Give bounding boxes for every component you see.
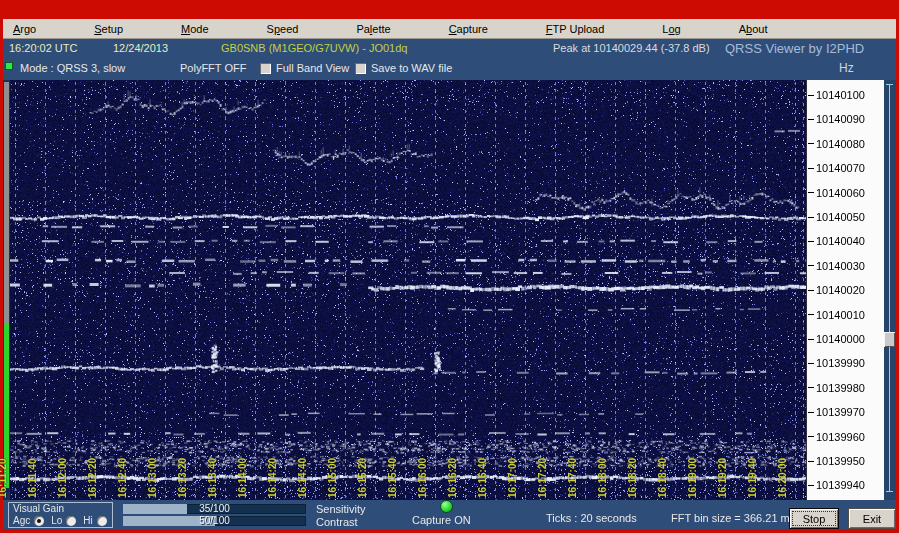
- freq-label: 10139950: [816, 455, 865, 467]
- freq-label: 10140090: [816, 113, 865, 125]
- radio-label-hi: Hi: [83, 515, 92, 526]
- date-text: 12/24/2013: [113, 42, 168, 54]
- freq-tick-mark: [808, 168, 814, 169]
- freq-tick-mark: [808, 485, 814, 486]
- freq-label-row: 10139970: [808, 405, 882, 419]
- save-to-wav-checkbox[interactable]: [355, 63, 366, 74]
- menu-item-mode[interactable]: Mode: [171, 21, 219, 37]
- freq-tick-mark: [808, 265, 814, 266]
- freq-label: 10140080: [816, 138, 865, 150]
- freq-label: 10140060: [816, 187, 865, 199]
- freq-tick-mark: [808, 95, 814, 96]
- menu-item-argo[interactable]: Argo: [3, 21, 46, 37]
- app-title: QRSS Viewer by I2PHD: [725, 41, 864, 56]
- freq-tick-mark: [808, 412, 814, 413]
- stop-button[interactable]: Stop: [789, 508, 839, 529]
- freq-label-row: 10140100: [808, 88, 882, 102]
- freq-label: 10140100: [816, 89, 865, 101]
- freq-label: 10139960: [816, 431, 865, 443]
- frequency-scrollbar: [884, 80, 896, 500]
- freq-label-row: 10140010: [808, 308, 882, 322]
- sensitivity-value: 35/100: [123, 503, 306, 514]
- full-band-view-label: Full Band View: [276, 62, 349, 74]
- freq-label-row: 10140090: [808, 112, 882, 126]
- freq-tick-mark: [808, 192, 814, 193]
- freq-label-row: 10140030: [808, 259, 882, 273]
- level-indicator-green: [4, 324, 9, 488]
- freq-label-row: 10139990: [808, 356, 882, 370]
- contrast-value: 50/100: [123, 515, 306, 526]
- fft-bin-info: FFT bin size = 366.21 mHz: [671, 512, 803, 524]
- main-area: 16:11:2016:11:4016:12:0016:12:2016:12:40…: [3, 80, 896, 500]
- freq-tick-mark: [808, 119, 814, 120]
- freq-tick-mark: [808, 290, 814, 291]
- radio-label-lo: Lo: [51, 515, 62, 526]
- freq-label: 10140000: [816, 333, 865, 345]
- freq-tick-mark: [808, 339, 814, 340]
- scrollbar-thumb[interactable]: [884, 332, 895, 347]
- polyfft-status[interactable]: PolyFFT OFF: [180, 62, 246, 74]
- menu-item-about[interactable]: About: [729, 21, 778, 37]
- peak-readout: Peak at 10140029.44 (-37.8 dB): [553, 42, 710, 54]
- freq-tick-mark: [808, 363, 814, 364]
- freq-tick-mark: [808, 314, 814, 315]
- freq-label-row: 10140000: [808, 332, 882, 346]
- freq-tick-mark: [808, 241, 814, 242]
- mode-text: Mode : QRSS 3, slow: [20, 62, 125, 74]
- freq-label: 10140030: [816, 260, 865, 272]
- capture-status: Capture ON: [412, 514, 471, 526]
- freq-tick-mark: [808, 143, 814, 144]
- freq-label-row: 10139960: [808, 430, 882, 444]
- freq-label-row: 10140050: [808, 210, 882, 224]
- radio-hi[interactable]: [97, 516, 107, 526]
- freq-label: 10139970: [816, 406, 865, 418]
- freq-label-row: 10139980: [808, 381, 882, 395]
- radio-label-agc: Agc: [13, 515, 30, 526]
- spectrogram-canvas[interactable]: [10, 80, 806, 500]
- contrast-slider[interactable]: 50/100: [123, 516, 306, 526]
- control-bar: Visual Gain AgcLoHi 35/100 50/100 Sensit…: [3, 500, 896, 529]
- argo-qrss-viewer-window: ArgoSetupModeSpeedPaletteCaptureFTP Uplo…: [0, 0, 899, 533]
- freq-tick-mark: [808, 436, 814, 437]
- freq-label: 10139940: [816, 479, 865, 491]
- freq-label-row: 10140080: [808, 137, 882, 151]
- exit-button[interactable]: Exit: [848, 508, 896, 529]
- level-indicator: [4, 82, 9, 492]
- scrollbar-track[interactable]: [889, 84, 890, 492]
- menu-item-speed[interactable]: Speed: [257, 21, 309, 37]
- freq-label: 10140050: [816, 211, 865, 223]
- mode-led-icon: [5, 62, 13, 70]
- freq-tick-mark: [808, 461, 814, 462]
- freq-label: 10140070: [816, 162, 865, 174]
- contrast-label: Contrast: [316, 516, 358, 528]
- freq-label-row: 10139950: [808, 454, 882, 468]
- ticks-info: Ticks : 20 seconds: [546, 512, 637, 524]
- menu-item-palette[interactable]: Palette: [346, 21, 400, 37]
- menubar: ArgoSetupModeSpeedPaletteCaptureFTP Uplo…: [3, 19, 896, 39]
- freq-label: 10140010: [816, 309, 865, 321]
- visual-gain-groupbox: Visual Gain AgcLoHi: [8, 502, 113, 528]
- radio-lo[interactable]: [66, 516, 76, 526]
- freq-label: 10139980: [816, 382, 865, 394]
- save-to-wav-label: Save to WAV file: [371, 62, 452, 74]
- frequency-scale: 1014010010140090101400801014007010140060…: [806, 80, 884, 500]
- menu-item-setup[interactable]: Setup: [84, 21, 133, 37]
- status-bar: 16:20:02 UTC 12/24/2013 GB0SNB (M1GEO/G7…: [3, 39, 896, 58]
- full-band-view-checkbox[interactable]: [260, 63, 271, 74]
- capture-led-icon: [440, 500, 453, 513]
- radio-agc[interactable]: [34, 516, 44, 526]
- sensitivity-label: Sensitivity: [316, 503, 366, 515]
- freq-label: 10140020: [816, 284, 865, 296]
- freq-tick-mark: [808, 387, 814, 388]
- visual-gain-radios: AgcLoHi: [13, 515, 110, 526]
- utc-time: 16:20:02 UTC: [9, 42, 77, 54]
- freq-tick-mark: [808, 217, 814, 218]
- freq-label-row: 10140070: [808, 161, 882, 175]
- menu-item-ftp-upload[interactable]: FTP Upload: [536, 21, 615, 37]
- sensitivity-slider[interactable]: 35/100: [123, 504, 306, 514]
- menu-item-log[interactable]: Log: [652, 21, 690, 37]
- freq-label-row: 10140040: [808, 234, 882, 248]
- mode-bar: Mode : QRSS 3, slow PolyFFT OFF Full Ban…: [3, 58, 896, 80]
- freq-label-row: 10140020: [808, 283, 882, 297]
- menu-item-capture[interactable]: Capture: [439, 21, 498, 37]
